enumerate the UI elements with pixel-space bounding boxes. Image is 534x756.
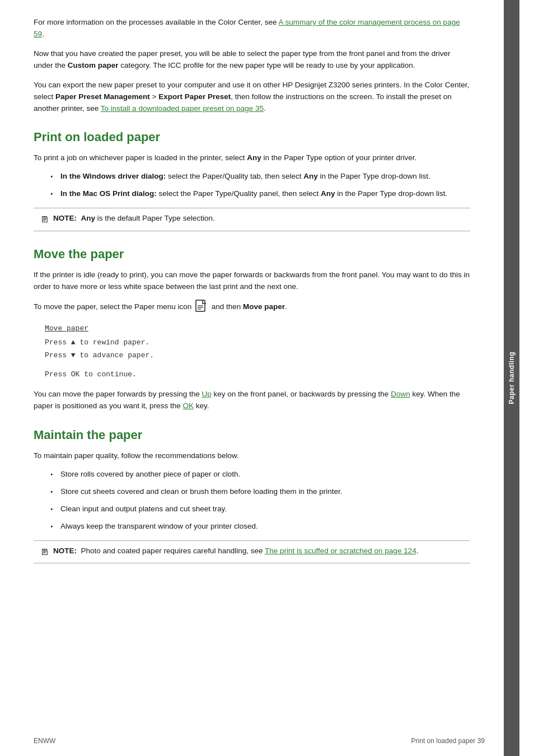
move-p3-before: You can move the paper forwards by press… bbox=[34, 390, 202, 398]
intro-p2-bold: Custom paper bbox=[68, 61, 119, 69]
move-p2-after: and then bbox=[212, 302, 243, 310]
footer-left: ENWW bbox=[34, 737, 55, 745]
move-p1: If the printer is idle (ready to print),… bbox=[34, 269, 470, 293]
code-line1: Press ▲ to rewind paper. bbox=[45, 336, 470, 349]
move-p2-bold: Move paper bbox=[243, 302, 285, 310]
intro-p3-bold2: Export Paper Preset bbox=[158, 92, 231, 101]
maintain-note-link[interactable]: The print is scuffed or scratched on pag… bbox=[265, 547, 416, 555]
print-bullet-windows: In the Windows driver dialog: select the… bbox=[50, 171, 470, 183]
intro-p1: For more information on the processes av… bbox=[34, 17, 470, 40]
maintain-intro: To maintain paper quality, follow the re… bbox=[34, 450, 470, 462]
move-p3-mid: key on the front panel, or backwards by … bbox=[212, 390, 391, 398]
code-block-move: Move paper Press ▲ to rewind paper. Pres… bbox=[45, 322, 470, 381]
maintain-bullet-1: Store rolls covered by another piece of … bbox=[50, 469, 470, 480]
move-p2: To move the paper, select the Paper menu… bbox=[34, 300, 470, 314]
maintain-note-label: NOTE: bbox=[53, 547, 77, 555]
move-up-link[interactable]: Up bbox=[202, 390, 211, 398]
note-icon-maintain: 🖹 bbox=[40, 546, 49, 559]
maintain-note-box: 🖹 NOTE: Photo and coated paper requires … bbox=[34, 540, 470, 564]
intro-p3-bold1: Paper Preset Management bbox=[55, 92, 150, 101]
maintain-note-text: NOTE: Photo and coated paper requires ca… bbox=[53, 545, 418, 557]
mac-driver-bold: In the Mac OS Print dialog: bbox=[60, 189, 157, 198]
print-note-label: NOTE: bbox=[53, 214, 77, 222]
windows-driver-bold: In the Windows driver dialog: bbox=[60, 172, 166, 180]
code-title: Move paper bbox=[45, 322, 470, 335]
move-p3-end: key. bbox=[194, 402, 209, 410]
maintain-bullet-4: Always keep the transparent window of yo… bbox=[50, 521, 470, 533]
intro-p3: You can export the new paper preset to y… bbox=[34, 80, 470, 115]
maintain-note-end: . bbox=[416, 547, 419, 555]
section-print-heading: Print on loaded paper bbox=[34, 130, 470, 144]
code-line2: Press ▼ to advance paper. bbox=[45, 349, 470, 362]
intro-p3-link[interactable]: To install a downloaded paper preset on … bbox=[101, 104, 264, 113]
side-tab: Paper handling bbox=[504, 0, 519, 756]
section-print-intro: To print a job on whichever paper is loa… bbox=[34, 152, 470, 164]
print-note-any: Any bbox=[81, 214, 96, 222]
intro-p1-after: . bbox=[42, 30, 44, 38]
print-any-bold: Any bbox=[247, 153, 261, 162]
print-bullet-mac: In the Mac OS Print dialog: select the P… bbox=[50, 188, 470, 200]
side-tab-label: Paper handling bbox=[508, 352, 516, 404]
paper-menu-icon bbox=[195, 300, 208, 314]
section-move-heading: Move the paper bbox=[34, 247, 470, 262]
print-note-box: 🖹 NOTE: Any is the default Paper Type se… bbox=[34, 208, 470, 231]
note-icon-print: 🖹 bbox=[40, 213, 49, 226]
intro-p1-before: For more information on the processes av… bbox=[34, 18, 278, 26]
move-ok-link[interactable]: OK bbox=[182, 402, 194, 410]
footer-right: Print on loaded paper 39 bbox=[411, 737, 485, 745]
section-maintain-heading: Maintain the paper bbox=[34, 428, 470, 442]
mac-any-bold: Any bbox=[321, 189, 335, 198]
code-line3: Press OK to continue. bbox=[45, 368, 470, 381]
maintain-bullet-3: Clean input and output platens and cut s… bbox=[50, 503, 470, 515]
maintain-note-before: Photo and coated paper requires careful … bbox=[81, 547, 265, 555]
intro-p2: Now that you have created the paper pres… bbox=[34, 48, 470, 72]
intro-p3-arrow: > bbox=[150, 92, 158, 101]
print-note-text: NOTE: Any is the default Paper Type sele… bbox=[53, 213, 215, 224]
move-p3: You can move the paper forwards by press… bbox=[34, 389, 470, 412]
intro-p3-end: . bbox=[264, 104, 266, 113]
print-bullet-list: In the Windows driver dialog: select the… bbox=[50, 171, 470, 200]
move-p2-before: To move the paper, select the Paper menu… bbox=[34, 302, 194, 310]
maintain-bullet-2: Store cut sheets covered and clean or br… bbox=[50, 486, 470, 498]
windows-any-bold: Any bbox=[303, 172, 318, 180]
page-footer: ENWW Print on loaded paper 39 bbox=[0, 726, 518, 756]
move-p2-end: . bbox=[285, 302, 287, 310]
move-down-link[interactable]: Down bbox=[391, 390, 410, 398]
maintain-bullet-list: Store rolls covered by another piece of … bbox=[50, 469, 470, 533]
